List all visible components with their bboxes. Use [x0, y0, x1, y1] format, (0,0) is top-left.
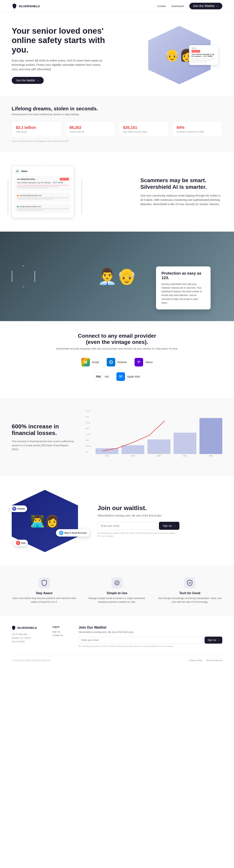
providers-headline: Connect to any email provider (even the …: [12, 333, 222, 345]
bar-4: [200, 418, 222, 454]
footer-waitlist-sub: Silvershield is coming soon. Be one of t…: [79, 631, 222, 633]
footer-nav-links: Log In Sign Up Contact Us: [52, 625, 63, 647]
provider-outlook: O Outlook: [107, 358, 127, 367]
erin-chip: E Erin: [14, 540, 28, 546]
email-line-3: [191, 62, 206, 62]
patrick-chip: P Patrick: [10, 505, 27, 512]
stat-card-0: $3.1 billion Total losses: [12, 121, 61, 137]
stat-value-0: $3.1 billion: [16, 125, 57, 130]
providers-row-2: Aol. Aol ✉ Apple Mail: [12, 372, 222, 381]
y-label-6: $500M: [86, 445, 91, 447]
waitlist-sub: Silvershield is coming soon. Be one of t…: [98, 514, 179, 517]
stat-value-2: $35,101: [123, 125, 164, 130]
providers-sub: Silvershield securely integrates with an…: [12, 347, 222, 350]
chart-section: 600% increase in financial losses. The i…: [0, 398, 234, 476]
waitlist-email-input[interactable]: [98, 522, 157, 530]
patrick-avatar: P: [12, 506, 17, 511]
protection-card: Protection as easy as 123. Quickly under…: [156, 267, 211, 309]
footer-fine-print: By submitting you agree to both our Priv…: [79, 645, 222, 647]
feature-desc-2: See through increasingly convincing mani…: [157, 596, 222, 604]
footer-logo-text: SILVERSHIELD: [17, 626, 37, 629]
waitlist-form: Sign Up →: [98, 522, 179, 530]
stat-value-1: 88,262: [70, 125, 111, 130]
chart-body: The increase in financial losses from sc…: [12, 439, 74, 452]
footer-privacy-link[interactable]: Privacy Policy: [189, 659, 202, 661]
feature-title-0: Stay Aware: [12, 591, 77, 595]
providers-row-1: M Gmail O Outlook Y! Yahoo: [12, 358, 222, 367]
scammer-headline: Scammers may be smart. Silvershield AI i…: [140, 177, 222, 190]
tech-for-good-icon: [184, 578, 195, 588]
provider-applemail: ✉ Apple Mail: [116, 372, 139, 381]
footer-brand: SILVERSHIELD 116 N. Main Ave Boulder, CO…: [12, 625, 37, 647]
stat-label-2: Avg. dollar loss per victim: [123, 131, 164, 133]
gmail-label: Gmail: [92, 361, 99, 364]
footer-terms-link[interactable]: Terms of Service: [206, 659, 222, 661]
footer-submit-button[interactable]: Sign Up →: [205, 637, 222, 644]
providers-section: Connect to any email provider (even the …: [0, 321, 234, 398]
bars-container: 2018 2019 2020 2021 2022: [96, 414, 222, 457]
nav-contact[interactable]: Contact: [157, 5, 166, 8]
footer-waitlist-form: Sign Up →: [79, 637, 222, 644]
waitlist-fine-print: By submitting you agree to both our Priv…: [98, 532, 179, 537]
bar-wrap-3: 2021: [174, 433, 197, 457]
stat-label-3: Increase in losses from 2021: [177, 131, 218, 133]
scammer-section: ✉ Inbox no-reply@warranty... High Risk Y…: [0, 152, 234, 231]
email-risk-badge: High Risk: [191, 50, 200, 53]
waitlist-submit-arrow: →: [173, 524, 176, 527]
navbar: SILVERSHIELD Contact Dashboard Join the …: [0, 0, 234, 12]
stat-card-3: 84% Increase in losses from 2021: [173, 121, 222, 137]
bar-label-3: 2021: [183, 455, 187, 457]
waitlist-submit-label: Sign Up: [163, 524, 172, 527]
footer-copyright: © 2024 Silvershield. All Rights Reserved…: [12, 659, 51, 661]
footer-bottom-links: Privacy Policy Terms of Service: [189, 659, 222, 661]
hero-left: Your senior loved ones' online safety st…: [12, 26, 105, 84]
stat-value-3: 84%: [177, 125, 218, 130]
bar-wrap-1: 2019: [122, 445, 144, 457]
feature-title-1: Simple to Use: [84, 591, 149, 595]
stats-section: Lifelong dreams, stolen in seconds. Fina…: [0, 96, 234, 152]
footer-contact-link[interactable]: Contact Us: [52, 634, 63, 637]
nav-cta-button[interactable]: Join the Waitlist →: [189, 3, 222, 9]
y-label-3: $2B: [86, 428, 91, 430]
nav-logo: SILVERSHIELD: [12, 3, 40, 9]
nav-cta-label: Join the Waitlist: [193, 4, 214, 8]
feature-desc-1: Manage multiple email accounts in a sing…: [84, 596, 149, 604]
footer-address: 116 N. Main Ave Boulder, CO, 80303 303.7…: [12, 632, 37, 643]
footer-signup-link[interactable]: Sign Up: [52, 630, 63, 633]
aol-label: Aol: [105, 375, 109, 378]
scammer-right: Scammers may be smart. Silvershield AI i…: [140, 177, 222, 206]
footer-logo: SILVERSHIELD: [12, 625, 37, 630]
footer-waitlist-headline: Join Our Waitlist: [79, 625, 222, 629]
bar-wrap-0: 2018: [96, 448, 119, 457]
stats-grid: $3.1 billion Total losses 88,262 Victims…: [12, 121, 222, 137]
stat-card-2: $35,101 Avg. dollar loss per victim: [119, 121, 169, 137]
stats-subtitle: Financial loss from fraud suffered by se…: [12, 113, 222, 116]
aol-icon: Aol.: [94, 372, 103, 381]
bar-2: [148, 439, 170, 454]
waitlist-left: 👨‍💻👩 P Patrick E Erin M Mary's Email Acc…: [12, 490, 86, 552]
patrick-label: Patrick: [18, 507, 25, 510]
nav-cta-arrow: →: [216, 4, 219, 8]
hero-cta-button[interactable]: Join the Waitlist →: [12, 77, 44, 84]
email-line-1: [191, 58, 216, 59]
waitlist-submit-button[interactable]: Sign Up →: [159, 522, 179, 530]
nav-dashboard[interactable]: Dashboard: [172, 5, 184, 8]
marys-avatar: M: [59, 531, 63, 535]
bar-0: [96, 448, 119, 454]
footer-links-title: Log In: [52, 625, 63, 628]
hero-cta-label: Join the Waitlist: [16, 79, 35, 82]
y-label-0: $3.5B: [86, 410, 91, 412]
stats-headline: Lifelong dreams, stolen in seconds.: [12, 106, 222, 112]
email-card-subject: Your vehicle warranty is up for renewal …: [191, 53, 216, 57]
email-line-2: [191, 60, 211, 61]
footer-email-input[interactable]: [79, 637, 203, 644]
bar-label-2: 2020: [157, 455, 161, 457]
footer: SILVERSHIELD 116 N. Main Ave Boulder, CO…: [0, 616, 234, 665]
bar-1: [122, 445, 144, 454]
y-label-2: $2.5B: [86, 422, 91, 424]
hero-cta-arrow: →: [37, 79, 40, 82]
yahoo-label: Yahoo: [145, 361, 153, 364]
y-label-5: $1B: [86, 439, 91, 441]
features-section: Stay Aware Catch risks before they becom…: [0, 566, 234, 616]
outlook-icon: O: [107, 358, 115, 367]
